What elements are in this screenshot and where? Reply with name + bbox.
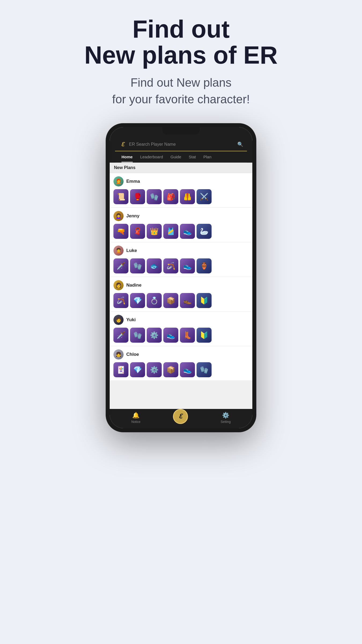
tab-home[interactable]: Home — [118, 151, 136, 162]
item-box: 👞 — [180, 293, 195, 308]
item-box: 🧤 — [147, 189, 162, 204]
search-bar[interactable]: Ɛ ER Search Player Name 🔍 — [115, 138, 247, 151]
item-box: ⚙️ — [147, 328, 162, 343]
character-name-yuki: Yuki — [126, 317, 136, 323]
nav-setting[interactable]: ⚙️ Setting — [221, 412, 231, 424]
character-item-yuki[interactable]: 🧑 Yuki 🗡️ 🧤 ⚙️ 👟 👢 🔰 — [110, 312, 252, 346]
item-box: 📦 — [163, 293, 178, 308]
nav-center-logo[interactable]: Ɛ — [173, 409, 188, 424]
items-row-nadine: 🪃 💎 💍 📦 👞 🔰 — [113, 293, 249, 308]
item-box: 🗡️ — [113, 258, 128, 273]
character-list: 🧑‍🦰 Emma 📜 🥊 🧤 🎒 🦺 ⚔️ — [110, 173, 252, 381]
character-item-nadine[interactable]: 👩 Nadine 🪃 💎 💍 📦 👞 🔰 — [110, 277, 252, 312]
item-box: 🧤 — [130, 258, 145, 273]
items-row-yuki: 🗡️ 🧤 ⚙️ 👟 👢 🔰 — [113, 328, 249, 343]
item-box: 👢 — [180, 328, 195, 343]
item-box: 📦 — [163, 362, 178, 377]
item-box: 🦢 — [197, 224, 212, 239]
item-box: 🏺 — [197, 258, 212, 273]
item-box: 🧤 — [197, 362, 212, 377]
tab-guide[interactable]: Guide — [167, 151, 185, 162]
items-row-luke: 🗡️ 🧤 🐟 🪃 👟 🏺 — [113, 258, 249, 273]
setting-icon: ⚙️ — [222, 412, 229, 419]
item-box: 💎 — [130, 362, 145, 377]
character-item-jenny[interactable]: 👩‍🦱 Jenny 🔫 🧣 👑 🎽 👟 🦢 — [110, 208, 252, 242]
subtitle: Find out New plans for your favorite cha… — [11, 74, 351, 107]
item-box: 🥊 — [130, 189, 145, 204]
item-box: 💎 — [130, 293, 145, 308]
tab-leaderboard[interactable]: Leaderboard — [136, 151, 167, 162]
item-box: 🔰 — [197, 328, 212, 343]
item-box: 🧣 — [130, 224, 145, 239]
character-name-chloe: Chloe — [126, 352, 139, 357]
character-name-emma: Emma — [126, 179, 140, 184]
items-row-chloe: 🃏 💎 ⚙️ 📦 👟 🧤 — [113, 362, 249, 377]
notice-icon: 🔔 — [132, 412, 139, 419]
nav-notice[interactable]: 🔔 Notice — [131, 412, 141, 424]
items-row-emma: 📜 🥊 🧤 🎒 🦺 ⚔️ — [113, 189, 249, 204]
phone-frame: Ɛ ER Search Player Name 🔍 Home Leaderboa… — [106, 123, 256, 432]
item-box: ⚔️ — [197, 189, 212, 204]
item-box: 🃏 — [113, 362, 128, 377]
character-name-jenny: Jenny — [126, 213, 139, 219]
notice-label: Notice — [131, 420, 141, 424]
header-section: Find out New plans of ER Find out New pl… — [0, 0, 362, 115]
item-box: 🪃 — [163, 258, 178, 273]
item-box: 📜 — [113, 189, 128, 204]
phone-screen: Ɛ ER Search Player Name 🔍 Home Leaderboa… — [110, 127, 252, 428]
items-row-jenny: 🔫 🧣 👑 🎽 👟 🦢 — [113, 224, 249, 239]
search-icon[interactable]: 🔍 — [237, 141, 243, 147]
avatar-emma: 🧑‍🦰 — [113, 176, 124, 186]
item-box: 🎽 — [163, 224, 178, 239]
item-box: 🔫 — [113, 224, 128, 239]
avatar-jenny: 👩‍🦱 — [113, 211, 124, 221]
item-box: 💍 — [147, 293, 162, 308]
item-box: 👟 — [163, 328, 178, 343]
item-box: 🔰 — [197, 293, 212, 308]
item-box: 🦺 — [180, 189, 195, 204]
search-input[interactable]: ER Search Player Name — [129, 142, 237, 147]
main-title: Find out New plans of ER — [11, 16, 351, 68]
avatar-chloe: 👧 — [113, 349, 124, 360]
nav-tabs: Home Leaderboard Guide Stat Plan — [115, 151, 247, 163]
app-content: New Plans 🧑‍🦰 Emma 📜 🥊 — [110, 163, 252, 409]
section-title: New Plans — [110, 163, 252, 173]
bottom-nav: 🔔 Notice Ɛ ⚙️ Setting — [110, 409, 252, 428]
character-item-chloe[interactable]: 👧 Chloe 🃏 💎 ⚙️ 📦 👟 🧤 — [110, 346, 252, 381]
avatar-luke: 🧑‍🦱 — [113, 246, 124, 256]
item-box: 🪃 — [113, 293, 128, 308]
character-item-emma[interactable]: 🧑‍🦰 Emma 📜 🥊 🧤 🎒 🦺 ⚔️ — [110, 173, 252, 208]
setting-label: Setting — [221, 420, 231, 424]
tab-plan[interactable]: Plan — [200, 151, 215, 162]
item-box: 👟 — [180, 224, 195, 239]
app-logo: Ɛ — [119, 141, 126, 148]
item-box: 🐟 — [147, 258, 162, 273]
phone-mockup: Ɛ ER Search Player Name 🔍 Home Leaderboa… — [106, 123, 256, 432]
character-name-nadine: Nadine — [126, 283, 142, 288]
character-item-luke[interactable]: 🧑‍🦱 Luke 🗡️ 🧤 🐟 🪃 👟 🏺 — [110, 242, 252, 277]
item-box: ⚙️ — [147, 362, 162, 377]
item-box: 🗡️ — [113, 328, 128, 343]
item-box: 👑 — [147, 224, 162, 239]
character-name-luke: Luke — [126, 248, 137, 253]
avatar-yuki: 🧑 — [113, 315, 124, 325]
item-box: 🧤 — [130, 328, 145, 343]
item-box: 🎒 — [163, 189, 178, 204]
item-box: 👟 — [180, 258, 195, 273]
tab-stat[interactable]: Stat — [185, 151, 200, 162]
phone-notch — [162, 127, 200, 135]
item-box: 👟 — [180, 362, 195, 377]
avatar-nadine: 👩 — [113, 280, 124, 290]
